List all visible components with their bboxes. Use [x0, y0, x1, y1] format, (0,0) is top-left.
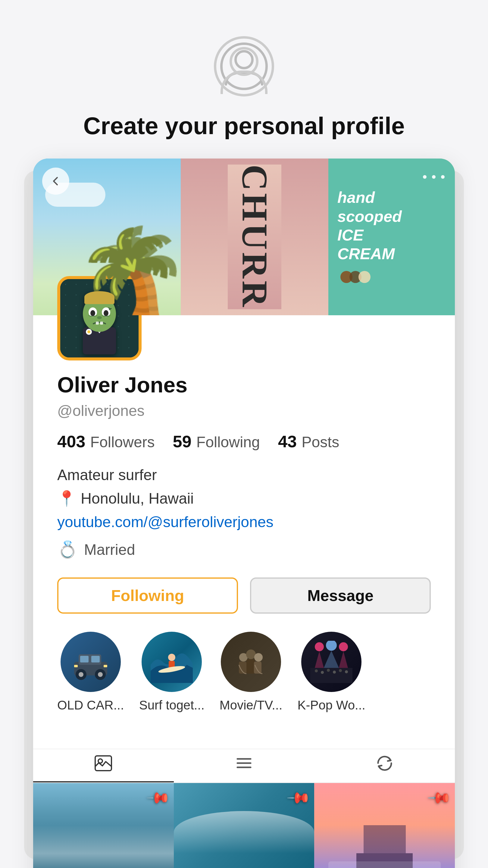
user-location: 📍 Honolulu, Hawaii — [57, 490, 431, 507]
svg-point-21 — [104, 310, 108, 316]
avatar — [57, 276, 141, 361]
collection-label-movie: Movie/TV... — [220, 698, 283, 712]
svg-marker-50 — [315, 651, 324, 668]
user-relationship: 💍 Married — [57, 540, 431, 559]
collections-row: OLD CAR... — [57, 632, 431, 712]
tab-refresh[interactable] — [314, 749, 455, 782]
svg-rect-45 — [254, 661, 261, 674]
followers-count: 403 — [57, 432, 85, 451]
followers-stat: 403 Followers — [57, 432, 155, 451]
stats-row: 403 Followers 59 Following 43 Posts — [57, 432, 431, 451]
following-count: 59 — [173, 432, 191, 451]
profile-placeholder-icon — [214, 36, 274, 96]
collection-item-kpop[interactable]: K-Pop Wo... — [297, 632, 365, 712]
svg-point-55 — [327, 669, 330, 672]
collection-thumb-surf — [141, 632, 202, 692]
svg-point-53 — [315, 670, 318, 673]
svg-point-57 — [339, 669, 342, 672]
svg-rect-36 — [104, 665, 107, 667]
svg-point-37 — [168, 654, 175, 661]
location-pin-icon: 📍 — [57, 490, 76, 507]
relationship-text: Married — [84, 541, 135, 558]
svg-point-2 — [423, 175, 427, 179]
svg-point-48 — [339, 642, 348, 651]
svg-point-22 — [97, 316, 102, 319]
post-item-3[interactable]: LIFE 📌 — [314, 783, 455, 868]
post-item-1[interactable]: 📌 — [33, 783, 174, 868]
user-bio: Amateur surfer — [57, 466, 431, 484]
user-link[interactable]: youtube.com/@surferoliverjones — [57, 513, 431, 531]
action-buttons: Following Message — [57, 578, 431, 614]
collection-thumb-movie — [221, 632, 281, 692]
svg-point-34 — [98, 672, 103, 677]
location-text: Honolulu, Hawaii — [81, 490, 194, 507]
user-name: Oliver Jones — [57, 373, 431, 397]
following-label: Following — [196, 433, 260, 451]
following-button[interactable]: Following — [57, 578, 238, 614]
following-stat: 59 Following — [173, 432, 260, 451]
back-button[interactable] — [42, 167, 69, 195]
posts-count: 43 — [278, 432, 297, 451]
svg-point-54 — [321, 671, 324, 674]
svg-rect-23 — [96, 321, 99, 324]
photos-tab-icon — [94, 755, 112, 775]
svg-point-58 — [345, 670, 348, 673]
svg-rect-30 — [91, 656, 100, 662]
svg-point-56 — [333, 671, 336, 674]
svg-marker-51 — [324, 651, 339, 668]
posts-stat: 43 Posts — [278, 432, 339, 451]
profile-card-wrapper: 🌴 CHURR handscoopedICECREAM — [33, 158, 455, 868]
user-handle: @oliverjones — [57, 402, 431, 420]
svg-point-26 — [87, 330, 90, 333]
message-button[interactable]: Message — [250, 578, 431, 614]
banner-churro-sign: CHURR — [181, 158, 328, 315]
svg-rect-29 — [80, 656, 89, 662]
svg-point-46 — [315, 642, 324, 651]
top-section: Create your personal profile — [0, 0, 488, 141]
post-item-2[interactable]: 📌 — [174, 783, 315, 868]
menu-dots-button[interactable] — [422, 167, 446, 185]
collection-label-car: OLD CAR... — [57, 698, 124, 712]
svg-point-3 — [432, 175, 435, 179]
svg-point-4 — [441, 175, 445, 179]
collection-label-kpop: K-Pop Wo... — [297, 698, 365, 712]
svg-rect-17 — [84, 297, 115, 304]
svg-point-0 — [221, 44, 267, 89]
collection-item-movie[interactable]: Movie/TV... — [220, 632, 283, 712]
refresh-tab-icon — [376, 755, 394, 775]
posts-grid: 📌 📌 LIFE 📌 — [33, 783, 455, 868]
svg-rect-35 — [74, 665, 78, 667]
followers-label: Followers — [90, 433, 155, 451]
svg-point-47 — [326, 641, 337, 651]
collection-thumb-kpop — [301, 632, 361, 692]
collection-label-surf: Surf toget... — [139, 698, 204, 712]
posts-label: Posts — [301, 433, 339, 451]
svg-point-20 — [90, 310, 95, 316]
svg-marker-52 — [339, 651, 348, 668]
collection-item-surf[interactable]: Surf toget... — [139, 632, 204, 712]
collection-thumb-car — [61, 632, 121, 692]
svg-point-42 — [254, 653, 263, 661]
tab-bar — [33, 749, 455, 783]
profile-card: 🌴 CHURR handscoopedICECREAM — [33, 158, 455, 868]
rings-icon: 💍 — [57, 540, 78, 559]
svg-rect-24 — [100, 321, 103, 324]
collection-item-car[interactable]: OLD CAR... — [57, 632, 124, 712]
tab-photos[interactable] — [33, 749, 174, 782]
svg-point-1 — [235, 51, 253, 68]
svg-point-33 — [78, 672, 84, 677]
svg-point-11 — [358, 271, 370, 283]
svg-rect-44 — [247, 659, 255, 674]
tab-list[interactable] — [174, 749, 315, 782]
page-title: Create your personal profile — [59, 112, 429, 141]
profile-section: Oliver Jones @oliverjones 403 Followers … — [33, 276, 455, 749]
list-tab-icon — [235, 755, 253, 775]
